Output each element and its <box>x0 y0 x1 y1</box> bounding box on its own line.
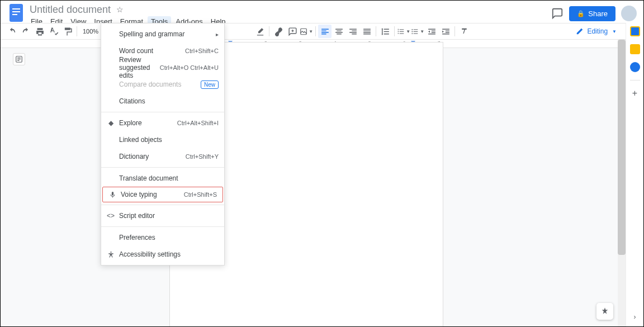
side-panel: + › <box>626 23 643 326</box>
outline-toggle-button[interactable] <box>13 53 25 65</box>
numbered-list-button[interactable]: ▼ <box>397 25 410 38</box>
clear-formatting-button[interactable] <box>457 25 471 38</box>
account-avatar[interactable] <box>621 6 637 21</box>
svg-rect-1 <box>12 8 20 10</box>
menu-item-citations[interactable]: Citations <box>101 93 224 110</box>
insert-link-button[interactable] <box>272 25 285 38</box>
menu-separator <box>101 205 224 205</box>
insert-image-button[interactable]: ▼ <box>300 25 313 38</box>
scrollbar-thumb[interactable] <box>618 40 626 255</box>
svg-rect-3 <box>12 14 17 15</box>
explore-fab-button[interactable] <box>596 303 613 320</box>
menu-separator <box>101 112 224 112</box>
paint-format-button[interactable] <box>61 25 74 38</box>
bulleted-list-button[interactable]: ▼ <box>411 25 424 38</box>
svg-rect-0 <box>10 4 23 22</box>
calendar-addon-icon[interactable] <box>630 26 640 36</box>
align-justify-button[interactable] <box>360 25 373 38</box>
toolbar-separator <box>269 26 269 36</box>
insert-comment-button[interactable] <box>286 25 299 38</box>
sidepanel-separator <box>630 80 640 80</box>
tools-menu: Spelling and grammar ▸ Word count Ctrl+S… <box>101 23 225 266</box>
tasks-addon-icon[interactable] <box>630 62 640 72</box>
svg-rect-2 <box>12 11 20 12</box>
lock-icon: 🔒 <box>577 10 585 17</box>
menu-item-translate[interactable]: Translate document <box>101 170 224 187</box>
submenu-arrow-icon: ▸ <box>216 31 219 37</box>
align-center-button[interactable] <box>332 25 345 38</box>
keep-addon-icon[interactable] <box>630 44 640 54</box>
document-title[interactable]: Untitled document <box>27 4 113 16</box>
top-right-actions: 🔒 Share <box>551 4 639 23</box>
code-icon: <> <box>106 212 116 220</box>
toolbar-separator <box>315 26 316 36</box>
toolbar-separator <box>77 26 77 36</box>
menu-item-linked-objects[interactable]: Linked objects <box>101 131 224 148</box>
toolbar-separator <box>376 26 376 36</box>
spellcheck-button[interactable] <box>47 25 60 38</box>
hide-sidepanel-button[interactable]: › <box>634 313 636 321</box>
svg-point-5 <box>412 29 413 30</box>
print-button[interactable] <box>33 25 46 38</box>
get-addons-button[interactable]: + <box>632 88 637 98</box>
comments-icon[interactable] <box>551 7 564 20</box>
toolbar-separator <box>454 26 455 36</box>
menu-item-preferences[interactable]: Preferences <box>101 229 224 246</box>
svg-point-8 <box>110 252 111 253</box>
align-left-button[interactable] <box>318 25 332 38</box>
accessibility-icon <box>106 251 116 258</box>
menu-item-review-suggested[interactable]: Review suggested edits Ctrl+Alt+O Ctrl+A… <box>101 59 224 76</box>
new-badge: New <box>201 80 219 89</box>
menu-separator <box>101 167 224 168</box>
share-label: Share <box>588 10 608 18</box>
svg-point-6 <box>412 31 413 32</box>
vertical-scrollbar[interactable] <box>618 40 626 326</box>
redo-button[interactable] <box>19 25 32 38</box>
star-icon[interactable]: ☆ <box>116 5 124 14</box>
share-button[interactable]: 🔒 Share <box>569 6 615 21</box>
line-spacing-button[interactable] <box>378 25 392 38</box>
menu-item-voice-typing[interactable]: Voice typing Ctrl+Shift+S <box>102 187 223 202</box>
menu-item-accessibility[interactable]: Accessibility settings <box>101 246 224 263</box>
menu-item-spelling-grammar[interactable]: Spelling and grammar ▸ <box>101 26 224 42</box>
decrease-indent-button[interactable] <box>425 25 438 38</box>
title-bar: Untitled document ☆ File Edit View Inser… <box>1 1 643 23</box>
increase-indent-button[interactable] <box>439 25 452 38</box>
toolbar: 100%▼ Norma ▼ ▼ ▼ Editing ▼ ˆ <box>1 23 643 40</box>
mode-select[interactable]: Editing ▼ <box>571 26 621 37</box>
toolbar-separator <box>394 26 395 36</box>
menu-item-script-editor[interactable]: <> Script editor <box>101 207 224 224</box>
menu-separator <box>101 226 224 227</box>
explore-icon: ◆ <box>106 119 116 127</box>
align-right-button[interactable] <box>346 25 359 38</box>
menu-item-dictionary[interactable]: Dictionary Ctrl+Shift+Y <box>101 148 224 165</box>
svg-point-7 <box>412 33 413 34</box>
mic-icon <box>107 191 117 198</box>
workspace: 1 2 3 4 5 6 7 <box>1 40 626 326</box>
menu-item-explore[interactable]: ◆ Explore Ctrl+Alt+Shift+I <box>101 115 224 131</box>
undo-button[interactable] <box>5 25 18 38</box>
highlight-color-button[interactable] <box>253 25 267 38</box>
docs-logo-icon[interactable] <box>10 4 23 22</box>
